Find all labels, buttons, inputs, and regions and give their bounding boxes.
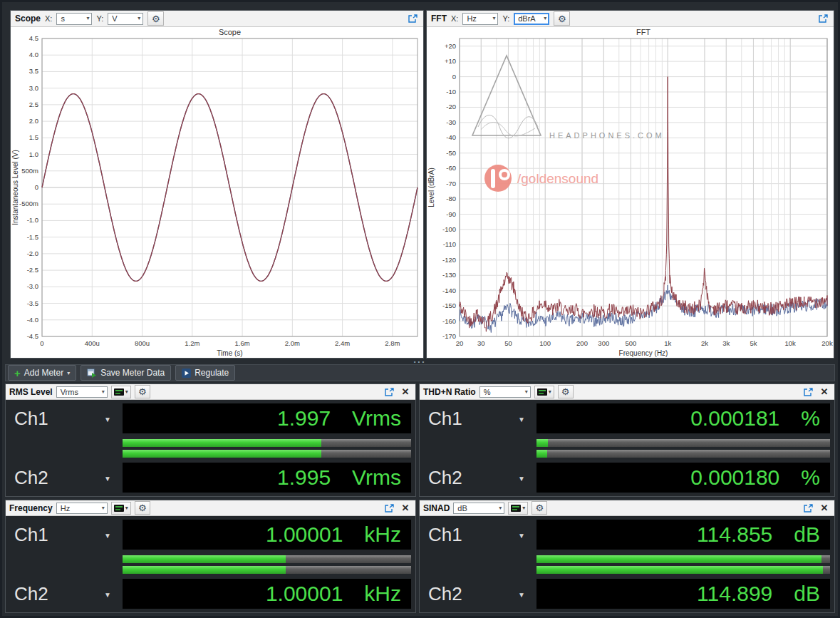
scope-x-label: X:: [45, 14, 52, 23]
meter-close-button[interactable]: ✕: [399, 503, 412, 514]
regulate-button[interactable]: Regulate: [175, 365, 235, 381]
watermark-headphones: HEADPHONES.COM: [472, 56, 665, 140]
meter-body: Ch1 ▼ 1.00001 kHz Ch2 ▼ 1.00001: [6, 516, 415, 612]
save-meter-data-label: Save Meter Data: [100, 368, 165, 378]
channel-label: Ch2: [428, 583, 462, 605]
svg-text:Level (dBrA): Level (dBrA): [427, 168, 435, 207]
chevron-down-icon: ▼: [518, 475, 525, 483]
chevron-down-icon: ▼: [518, 532, 525, 540]
meter-value-unit: %: [801, 406, 820, 431]
meter-unit-select[interactable]: dB ▾: [453, 503, 504, 514]
meter-close-button[interactable]: ✕: [818, 386, 831, 398]
popout-icon: [408, 14, 418, 23]
svg-text:-10: -10: [446, 88, 456, 96]
meter-style-button[interactable]: ▾: [111, 502, 131, 515]
scope-y-label: Y:: [96, 14, 103, 23]
scope-x-unit-value: s: [61, 14, 65, 23]
svg-text:10k: 10k: [785, 339, 797, 347]
scope-x-unit-select[interactable]: s ▾: [56, 13, 92, 25]
channel-selector-ch1[interactable]: Ch1 ▼: [424, 520, 536, 550]
channel-row: Ch2 ▼ 1.995 Vrms: [10, 463, 411, 493]
scope-popout-button[interactable]: [406, 13, 419, 24]
channel-row: Ch2 ▼ 0.000180 %: [424, 463, 830, 493]
meter-unit-select[interactable]: Hz ▾: [56, 503, 108, 514]
add-meter-button[interactable]: + Add Meter ▾: [8, 365, 76, 381]
chevron-down-icon: ▾: [102, 505, 105, 511]
fft-popout-button[interactable]: [816, 13, 829, 24]
svg-text:500: 500: [626, 339, 637, 347]
svg-text:-120: -120: [442, 256, 456, 264]
meter-popout-button[interactable]: [802, 503, 814, 514]
meter-style-icon: [114, 388, 124, 396]
meter-settings-gear-button[interactable]: ⚙: [135, 385, 150, 398]
chevron-down-icon: ▾: [125, 388, 128, 395]
svg-text:-130: -130: [442, 271, 456, 279]
svg-text:-90: -90: [446, 210, 456, 218]
meter-close-button[interactable]: ✕: [399, 386, 412, 398]
scope-settings-gear-button[interactable]: ⚙: [147, 11, 164, 26]
chevron-down-icon: ▼: [104, 475, 111, 483]
bar-meter-ch2: [123, 566, 411, 574]
channel-row: Ch1 ▼ 0.000181 %: [424, 403, 830, 433]
meter-settings-gear-button[interactable]: ⚙: [135, 501, 150, 515]
meter-style-button[interactable]: ▾: [508, 502, 528, 515]
channel-selector-ch2[interactable]: Ch2 ▼: [424, 579, 536, 609]
svg-text:2k: 2k: [701, 339, 708, 347]
chevron-down-icon: ▼: [104, 532, 111, 540]
meter-close-button[interactable]: ✕: [818, 503, 831, 514]
splitter-handle[interactable]: •••: [0, 359, 840, 364]
meter-unit-value: %: [484, 388, 491, 396]
bar-fill: [123, 450, 321, 458]
channel-selector-ch1[interactable]: Ch1 ▼: [10, 403, 123, 433]
chevron-down-icon: ▾: [102, 389, 105, 395]
svg-text:100: 100: [539, 339, 551, 347]
meter-settings-gear-button[interactable]: ⚙: [532, 501, 547, 515]
fft-y-unit-select[interactable]: dBrA ▾: [514, 13, 549, 25]
save-meter-data-button[interactable]: Save Meter Data: [81, 365, 171, 381]
meter-popout-button[interactable]: [802, 386, 814, 398]
channel-selector-ch2[interactable]: Ch2 ▼: [10, 579, 123, 609]
value-display: 0.000180 %: [536, 463, 830, 493]
channel-row: Ch1 ▼ 114.855 dB: [424, 520, 830, 550]
bar-meter-ch2: [123, 450, 411, 458]
channel-label: Ch1: [14, 524, 48, 546]
save-icon: [87, 369, 97, 378]
fft-panel: FFT X: Hz ▾ Y: dBrA ▾ ⚙ +20+100-10-20-30…: [426, 10, 834, 359]
svg-text:4.5: 4.5: [29, 34, 38, 42]
svg-text:Scope: Scope: [219, 28, 241, 36]
bar-meters: [536, 555, 830, 574]
meter-grid: RMS Level Vrms ▾ ▾ ⚙ ✕: [5, 383, 835, 613]
channel-selector-ch1[interactable]: Ch1 ▼: [10, 520, 123, 550]
popout-icon: [819, 14, 828, 23]
popout-icon: [804, 388, 813, 396]
fft-y-unit-value: dBrA: [518, 14, 535, 23]
meter-settings-gear-button[interactable]: ⚙: [558, 385, 574, 398]
chevron-down-icon: ▾: [544, 16, 546, 21]
chevron-down-icon: ▼: [518, 416, 525, 423]
channel-selector-ch2[interactable]: Ch2 ▼: [424, 463, 536, 493]
scope-y-unit-select[interactable]: V ▾: [108, 13, 143, 25]
scope-chart[interactable]: 4.54.03.53.02.52.01.51.0500m0-500m-1.0-1…: [11, 27, 423, 358]
chevron-down-icon: ▾: [86, 16, 89, 21]
svg-text:-70: -70: [446, 180, 456, 187]
svg-text:Instantaneous Level (V): Instantaneous Level (V): [11, 150, 19, 225]
meter-unit-select[interactable]: % ▾: [479, 386, 531, 398]
meter-name: Frequency: [9, 503, 53, 513]
meter-style-button[interactable]: ▾: [534, 386, 554, 398]
channel-selector-ch1[interactable]: Ch1 ▼: [424, 403, 536, 433]
channel-selector-ch2[interactable]: Ch2 ▼: [10, 463, 123, 493]
bar-fill: [536, 566, 823, 574]
meter-popout-button[interactable]: [383, 503, 395, 514]
fft-x-unit-select[interactable]: Hz ▾: [462, 13, 498, 25]
svg-text:FFT: FFT: [636, 28, 650, 36]
meter-name: THD+N Ratio: [423, 387, 476, 397]
svg-text:200: 200: [576, 339, 588, 347]
meter-style-button[interactable]: ▾: [111, 386, 131, 398]
meter-unit-select[interactable]: Vrms ▾: [56, 386, 108, 398]
popout-icon: [385, 388, 394, 396]
close-icon: ✕: [821, 503, 829, 513]
bar-meter-ch1: [536, 555, 830, 563]
fft-settings-gear-button[interactable]: ⚙: [554, 11, 570, 26]
meter-popout-button[interactable]: [383, 386, 395, 398]
fft-chart[interactable]: +20+100-10-20-30-40-50-60-70-80-90-100-1…: [427, 27, 834, 358]
